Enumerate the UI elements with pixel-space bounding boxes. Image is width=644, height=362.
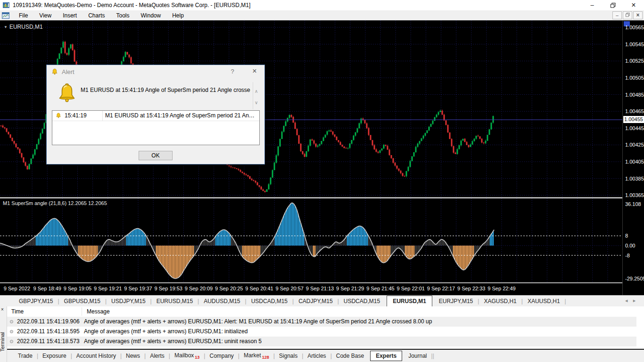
time-axis-label: 9 Sep 19:37 bbox=[121, 286, 156, 291]
tab-scroll-arrows: ◄► bbox=[624, 298, 640, 303]
indicator-axis-lower: -8 bbox=[625, 253, 630, 258]
terminal-log-row[interactable]: 2022.09.11 15:41:18.595Angle of averages… bbox=[7, 327, 636, 337]
chart-tab-eurjpy-m15[interactable]: EURJPY,M15 bbox=[434, 296, 478, 306]
alert-list: 15:41:19 M1 EURUSD at 15:41:19 Angle of … bbox=[52, 110, 260, 145]
chart-tab-xagusd-h1[interactable]: XAGUSD,H1 bbox=[479, 296, 521, 306]
restore-icon bbox=[611, 3, 616, 8]
price-axis-label: 1.00405 bbox=[625, 159, 644, 165]
terminal-tab-journal[interactable]: Journal bbox=[404, 351, 431, 361]
terminal-header: Time Message bbox=[7, 306, 636, 317]
alert-list-row[interactable]: 15:41:19 M1 EURUSD at 15:41:19 Angle of … bbox=[52, 111, 259, 121]
terminal-tab-experts[interactable]: Experts bbox=[370, 351, 402, 361]
chart-tab-audusd-m15[interactable]: AUDUSD,M15 bbox=[199, 296, 245, 306]
chart-tab-eurusd-m15[interactable]: EURUSD,M15 bbox=[152, 296, 198, 306]
alert-message: M1 EURUSD at 15:41:19 Angle of SuperSm p… bbox=[81, 87, 250, 94]
column-header-time[interactable]: Time bbox=[11, 308, 24, 315]
chart-tab-usdcad-m15[interactable]: USDCAD,M15 bbox=[247, 296, 292, 306]
symbol-label: ▼EURUSD,M1 bbox=[4, 24, 43, 30]
time-axis-label: 9 Sep 22:01 bbox=[393, 286, 428, 291]
price-axis-label: 1.00445 bbox=[625, 125, 644, 131]
child-restore-button[interactable] bbox=[623, 11, 632, 19]
terminal-tab-mailbox[interactable]: Mailbox13 bbox=[170, 351, 204, 361]
child-window-controls: – × bbox=[612, 11, 643, 19]
chart-tab-usdjpy-m15[interactable]: USDJPY,M15 bbox=[107, 296, 150, 306]
chart-tab-gbpjpy-m15[interactable]: GBPJPY,M15 bbox=[14, 296, 58, 306]
tab-separator: | bbox=[565, 298, 566, 304]
terminal-tab-articles[interactable]: Articles bbox=[303, 351, 330, 361]
column-header-message[interactable]: Message bbox=[87, 308, 110, 315]
chart-tab-gbpusd-m15[interactable]: GBPUSD,M15 bbox=[59, 296, 105, 306]
menu-items: FileViewInsertChartsToolsWindowHelp bbox=[13, 10, 190, 21]
price-axis-label: 1.00425 bbox=[625, 142, 644, 148]
tab-scroll-left-icon[interactable]: ◄ bbox=[624, 298, 632, 303]
indicator-chart[interactable] bbox=[0, 198, 622, 282]
time-axis-label: 9 Sep 20:25 bbox=[212, 286, 247, 291]
price-axis-label: 1.00525 bbox=[625, 58, 644, 64]
symbol-dropdown-icon[interactable]: ▼ bbox=[4, 25, 8, 29]
child-close-button[interactable]: × bbox=[633, 11, 643, 19]
terminal-tab-alerts[interactable]: Alerts bbox=[146, 351, 169, 361]
terminal-tab-company[interactable]: Company bbox=[205, 351, 238, 361]
terminal-tab-signals[interactable]: Signals bbox=[275, 351, 302, 361]
log-time: 2022.09.11 15:41:18.573 bbox=[17, 337, 80, 346]
chart-tab-cadjpy-m15[interactable]: CADJPY,M15 bbox=[294, 296, 337, 306]
chart-tab-xauusd-h1[interactable]: XAUUSD,H1 bbox=[523, 296, 565, 306]
alert-dialog-titlebar[interactable]: Alert ? × bbox=[47, 65, 264, 78]
spinner-up-icon[interactable]: ∧ bbox=[255, 89, 258, 94]
menu-item-insert[interactable]: Insert bbox=[57, 10, 83, 21]
log-bullet-icon bbox=[10, 320, 13, 323]
log-message: Angle of averages (mtf + alerts + arrows… bbox=[84, 327, 248, 337]
spinner-separator bbox=[253, 82, 253, 109]
menu-item-file[interactable]: File bbox=[13, 10, 33, 21]
price-axis-label: 1.00505 bbox=[625, 75, 644, 81]
title-bar: 109191349: MetaQuotes-Demo - Demo Accoun… bbox=[0, 0, 644, 10]
chart-tab-eurusd-m1[interactable]: EURUSD,M1 bbox=[387, 296, 432, 307]
spinner-down-icon[interactable]: ∨ bbox=[255, 100, 258, 105]
ok-button[interactable]: OK bbox=[139, 151, 173, 160]
terminal-rows: 2022.09.11 15:41:19.906Angle of averages… bbox=[7, 317, 636, 346]
price-axis-label: 1.00545 bbox=[625, 41, 644, 47]
terminal-tab-code-base[interactable]: Code Base bbox=[332, 351, 368, 361]
window-title: 109191349: MetaQuotes-Demo - Demo Accoun… bbox=[13, 2, 250, 8]
menu-item-charts[interactable]: Charts bbox=[83, 10, 110, 21]
chart-window-icon bbox=[2, 12, 9, 19]
terminal-log-row[interactable]: 2022.09.11 15:41:18.573Angle of averages… bbox=[7, 337, 636, 346]
time-axis-label: 9 Sep 19:21 bbox=[91, 286, 125, 291]
chart-tab-bar: ◄► GBPJPY,M15|GBPUSD,M15|USDJPY,M15|EURU… bbox=[0, 295, 644, 306]
terminal-tab-news[interactable]: News bbox=[122, 351, 144, 361]
terminal-tab-trade[interactable]: Trade bbox=[14, 351, 37, 361]
time-axis-label: 9 Sep 20:41 bbox=[242, 286, 277, 291]
dialog-close-button[interactable]: × bbox=[248, 67, 261, 75]
child-restore-icon bbox=[626, 13, 630, 17]
indicator-label: M1 SuperSm angle (21,8,6) 12.2065 12.206… bbox=[3, 200, 107, 206]
restore-button[interactable] bbox=[603, 0, 623, 10]
dialog-help-button[interactable]: ? bbox=[228, 68, 237, 75]
terminal-panel-label: Terminal bbox=[0, 332, 5, 352]
time-axis[interactable]: 9 Sep 20229 Sep 18:499 Sep 19:059 Sep 19… bbox=[0, 283, 644, 295]
terminal-tab-account-history[interactable]: Account History bbox=[72, 351, 120, 361]
tab-badge: 128 bbox=[262, 355, 269, 360]
terminal-close-icon[interactable]: × bbox=[1, 307, 4, 312]
alert-dialog: Alert ? × M1 EURUSD at 15:41:19 Angle of… bbox=[46, 65, 265, 165]
time-axis-label: 9 Sep 21:29 bbox=[333, 286, 368, 291]
log-message: Angle of averages (mtf + alerts + arrows… bbox=[84, 337, 262, 346]
alert-bell-icon bbox=[58, 82, 76, 103]
price-axis-label: 1.00465 bbox=[625, 108, 644, 114]
log-bullet-icon bbox=[10, 330, 13, 333]
column-separator[interactable] bbox=[82, 307, 82, 316]
terminal-tab-exposure[interactable]: Exposure bbox=[38, 351, 71, 361]
close-button[interactable]: × bbox=[623, 0, 644, 10]
tab-scroll-right-icon[interactable]: ► bbox=[632, 298, 640, 303]
price-axis-label: 1.00565 bbox=[625, 25, 644, 30]
child-minimize-button[interactable]: – bbox=[612, 11, 622, 19]
chart-tab-usdcad-m15[interactable]: USDCAD,M15 bbox=[339, 296, 385, 306]
terminal-log-row[interactable]: 2022.09.11 15:41:19.906Angle of averages… bbox=[7, 317, 636, 327]
terminal-tab-market[interactable]: Market128 bbox=[239, 351, 273, 361]
minimize-button[interactable]: – bbox=[582, 0, 603, 10]
menu-item-tools[interactable]: Tools bbox=[111, 10, 135, 21]
menu-item-view[interactable]: View bbox=[33, 10, 57, 21]
price-axis[interactable]: 1.00455 36.108 8 0.00 -8 -29.2505 1.0056… bbox=[622, 21, 644, 295]
log-message: Angle of averages (mtf + alerts + arrows… bbox=[84, 317, 432, 327]
menu-item-window[interactable]: Window bbox=[135, 10, 167, 21]
menu-item-help[interactable]: Help bbox=[166, 10, 190, 21]
